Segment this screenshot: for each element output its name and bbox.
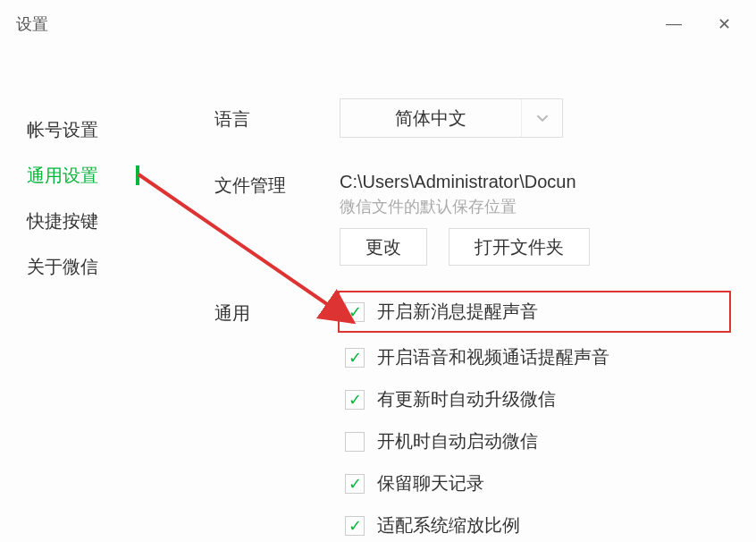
check-auto-start[interactable]: 开机时自动启动微信 bbox=[340, 426, 729, 457]
change-button[interactable]: 更改 bbox=[340, 228, 427, 266]
checkbox-icon bbox=[345, 390, 365, 410]
checkbox-icon bbox=[345, 302, 365, 322]
file-manage-label: 文件管理 bbox=[214, 165, 340, 198]
minimize-button[interactable]: — bbox=[666, 14, 682, 34]
general-checklist: 开启新消息提醒声音 开启语音和视频通话提醒声音 有更新时自动升级微信 开机时自动… bbox=[340, 292, 729, 542]
checkbox-icon bbox=[345, 432, 365, 452]
main-panel: 语言 简体中文 文件管理 C:\Users\Administrator\Docu… bbox=[152, 98, 756, 542]
check-keep-history[interactable]: 保留聊天记录 bbox=[340, 468, 729, 499]
sidebar: 帐号设置 通用设置 快捷按键 关于微信 bbox=[0, 98, 152, 542]
close-button[interactable]: ✕ bbox=[718, 14, 731, 34]
file-hint: 微信文件的默认保存位置 bbox=[340, 196, 729, 228]
check-label: 保留聊天记录 bbox=[377, 471, 484, 495]
sidebar-item-account[interactable]: 帐号设置 bbox=[27, 107, 152, 153]
language-label: 语言 bbox=[214, 98, 340, 131]
check-voice-video-sound[interactable]: 开启语音和视频通话提醒声音 bbox=[340, 342, 729, 373]
check-label: 开机时自动启动微信 bbox=[377, 429, 538, 453]
check-system-scale[interactable]: 适配系统缩放比例 bbox=[340, 510, 729, 541]
sidebar-item-about[interactable]: 关于微信 bbox=[27, 244, 152, 290]
check-auto-update[interactable]: 有更新时自动升级微信 bbox=[340, 384, 729, 415]
check-new-msg-sound[interactable]: 开启新消息提醒声音 bbox=[340, 292, 729, 331]
chevron-down-icon bbox=[521, 99, 562, 137]
check-label: 开启语音和视频通话提醒声音 bbox=[377, 345, 609, 369]
row-file-manage: 文件管理 C:\Users\Administrator\Docun 微信文件的默… bbox=[214, 165, 729, 266]
file-path: C:\Users\Administrator\Docun bbox=[340, 165, 729, 196]
checkbox-icon bbox=[345, 516, 365, 536]
window-controls: — ✕ bbox=[666, 14, 740, 34]
checkbox-icon bbox=[345, 348, 365, 368]
language-dropdown[interactable]: 简体中文 bbox=[340, 98, 563, 138]
content: 帐号设置 通用设置 快捷按键 关于微信 语言 简体中文 文件管理 C:\User… bbox=[0, 45, 756, 542]
open-folder-button[interactable]: 打开文件夹 bbox=[449, 228, 590, 266]
language-value: 简体中文 bbox=[340, 99, 521, 137]
checkbox-icon bbox=[345, 474, 365, 494]
check-label: 适配系统缩放比例 bbox=[377, 513, 520, 538]
sidebar-item-shortcut[interactable]: 快捷按键 bbox=[27, 199, 152, 244]
check-label: 有更新时自动升级微信 bbox=[377, 387, 556, 411]
check-label: 开启新消息提醒声音 bbox=[377, 300, 538, 324]
sidebar-item-general[interactable]: 通用设置 bbox=[27, 153, 152, 199]
general-label: 通用 bbox=[214, 292, 340, 326]
titlebar: 设置 — ✕ bbox=[0, 0, 756, 45]
window-title: 设置 bbox=[16, 13, 48, 35]
row-general: 通用 开启新消息提醒声音 开启语音和视频通话提醒声音 有更新时自动升级微信 bbox=[214, 292, 729, 542]
row-language: 语言 简体中文 bbox=[214, 98, 729, 138]
